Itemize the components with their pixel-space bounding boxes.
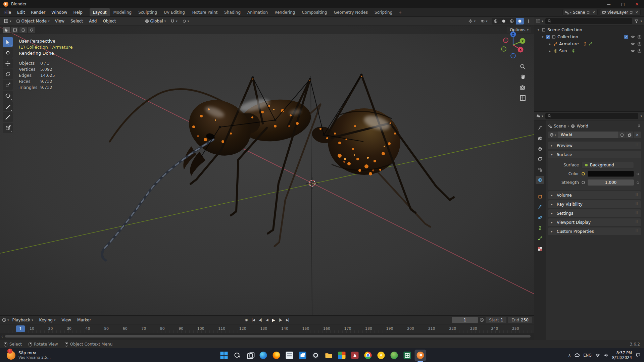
disclosure-icon[interactable]: ▾ (537, 28, 540, 32)
rotate-tool[interactable] (3, 69, 13, 79)
menu-view[interactable]: View (52, 19, 67, 23)
weather-widget[interactable]: 1 Sắp mưa Vào khoảng 2.5... (3, 351, 51, 360)
outliner-row-collection[interactable]: ▾ ✓ Collection ✓ (534, 33, 644, 40)
excel-app[interactable] (401, 350, 413, 361)
drag-handle-icon[interactable]: ⠿ (635, 152, 638, 157)
drag-handle-icon[interactable]: ⠿ (635, 193, 638, 197)
select-set-button[interactable] (3, 27, 10, 33)
preview-panel-header[interactable]: ▸ Preview ⠿ (548, 142, 641, 149)
timeline-editor-type-button[interactable]: ▾ (2, 318, 9, 322)
shading-solid-button[interactable] (500, 18, 508, 24)
prev-keyframe-button[interactable]: ◀| (257, 318, 263, 322)
show-hidden-icons-button[interactable]: ∧ (568, 353, 571, 358)
menu-keying[interactable]: Keying▾ (37, 318, 58, 322)
viewport-scene[interactable] (0, 25, 534, 315)
menu-select[interactable]: Select (68, 19, 86, 23)
custom-properties-panel-header[interactable]: ▸ Custom Properties ⠿ (548, 227, 641, 235)
move-tool[interactable] (3, 58, 13, 68)
tab-world[interactable] (536, 176, 544, 184)
notepad-app[interactable] (284, 350, 295, 361)
select-subtract-button[interactable] (19, 27, 27, 33)
collapse-arrow-icon[interactable]: ‹ (1, 334, 3, 339)
minimize-button[interactable]: — (602, 0, 616, 8)
sun-data-icon[interactable] (572, 49, 575, 53)
drag-handle-icon[interactable]: ⠿ (635, 143, 638, 148)
fake-user-button[interactable] (618, 132, 626, 138)
editor-type-button[interactable]: ▾ (2, 18, 13, 24)
armature-data-icon[interactable] (589, 42, 592, 46)
notifications-icon[interactable] (636, 353, 641, 358)
drag-handle-icon[interactable]: ⠿ (635, 211, 638, 215)
tab-render[interactable] (536, 134, 544, 142)
properties-editor-type-button[interactable]: ▾ (536, 114, 543, 118)
add-workspace-button[interactable]: + (396, 8, 404, 16)
pin-icon[interactable] (637, 124, 641, 128)
menu-file[interactable]: File (1, 8, 14, 17)
obs-app[interactable] (310, 350, 321, 361)
surface-panel-header[interactable]: ▾ Surface ⠿ (548, 151, 641, 158)
tab-physics[interactable] (536, 213, 544, 221)
play-button[interactable]: ▶ (271, 318, 276, 322)
exclude-checkbox[interactable]: ✓ (624, 35, 628, 39)
navigation-gizmo[interactable]: Z Y X (498, 30, 529, 60)
tab-modeling[interactable]: Modeling (110, 8, 135, 16)
language-indicator[interactable]: ENG (583, 353, 592, 358)
shading-material-button[interactable] (508, 18, 516, 24)
auto-keying-clock-icon[interactable] (480, 318, 484, 322)
properties-search-input[interactable] (545, 113, 639, 119)
tab-bone[interactable] (536, 234, 544, 242)
surface-shader-dropdown[interactable]: Background (582, 162, 634, 168)
disable-render-camera-icon[interactable] (637, 35, 642, 39)
start-frame-field[interactable]: Start 1 (486, 317, 506, 323)
onedrive-cloud-icon[interactable] (575, 353, 580, 358)
menu-marker[interactable]: Marker (75, 318, 94, 322)
hide-eye-icon[interactable] (631, 49, 635, 53)
pose-icon[interactable] (583, 42, 587, 46)
blender-app[interactable] (414, 350, 426, 361)
outliner-row-armature[interactable]: ▸ Armature (534, 40, 644, 47)
tab-compositing[interactable]: Compositing (298, 8, 330, 16)
unlink-scene-icon[interactable]: × (592, 10, 595, 14)
tab-texture-paint[interactable]: Texture Paint (188, 8, 221, 16)
breadcrumb-scene[interactable]: Scene (554, 124, 566, 128)
pan-hand-icon[interactable] (519, 73, 527, 81)
tab-uv-editing[interactable]: UV Editing (160, 8, 188, 16)
new-scene-icon[interactable] (587, 10, 590, 14)
next-keyframe-button[interactable]: |▶ (278, 318, 283, 322)
firefox-app[interactable] (270, 350, 282, 361)
access-app[interactable] (349, 350, 360, 361)
mode-dropdown[interactable]: Object Mode ▾ (14, 18, 52, 24)
menu-render[interactable]: Render (28, 8, 48, 17)
wifi-icon[interactable] (595, 353, 600, 358)
select-box-tool[interactable] (3, 37, 13, 47)
task-view-button[interactable] (244, 350, 256, 361)
add-cube-tool[interactable] (3, 123, 13, 133)
color-swatch[interactable] (588, 171, 634, 177)
drag-handle-icon[interactable]: ⠿ (635, 220, 638, 224)
scale-tool[interactable] (3, 80, 13, 90)
drag-handle-icon[interactable]: ⠿ (635, 229, 638, 234)
disclosure-icon[interactable]: ▸ (548, 42, 552, 46)
strength-field[interactable]: 1.000 (588, 179, 634, 186)
tab-geometry-nodes[interactable]: Geometry Nodes (331, 8, 371, 16)
tab-layout[interactable]: Layout (90, 8, 110, 16)
play-reverse-button[interactable]: ◀ (264, 318, 269, 322)
store-app[interactable] (297, 350, 308, 361)
chrome-beta-app[interactable] (375, 350, 387, 361)
tab-rendering[interactable]: Rendering (271, 8, 298, 16)
current-frame-field[interactable]: 1 (452, 317, 478, 323)
decorator-icon[interactable] (637, 182, 639, 184)
tab-tool[interactable] (536, 124, 544, 132)
outliner-row-scene-collection[interactable]: ▾ Scene Collection (534, 26, 644, 33)
breadcrumb-world[interactable]: World (577, 124, 588, 128)
jump-to-start-button[interactable]: |◀ (250, 318, 256, 322)
tab-modifiers[interactable] (536, 203, 544, 211)
scene-selector[interactable]: ▾ Scene × (562, 9, 598, 16)
gizmos-dropdown[interactable]: ▾ (466, 18, 478, 24)
disclosure-icon[interactable]: ▸ (548, 49, 552, 53)
outliner-search-input[interactable] (545, 18, 633, 24)
volume-panel-header[interactable]: ▸ Volume ⠿ (548, 191, 641, 199)
remove-viewlayer-icon[interactable]: × (635, 10, 638, 14)
viewport-display-panel-header[interactable]: ▸ Viewport Display ⠿ (548, 218, 641, 226)
select-extend-button[interactable] (11, 27, 18, 33)
